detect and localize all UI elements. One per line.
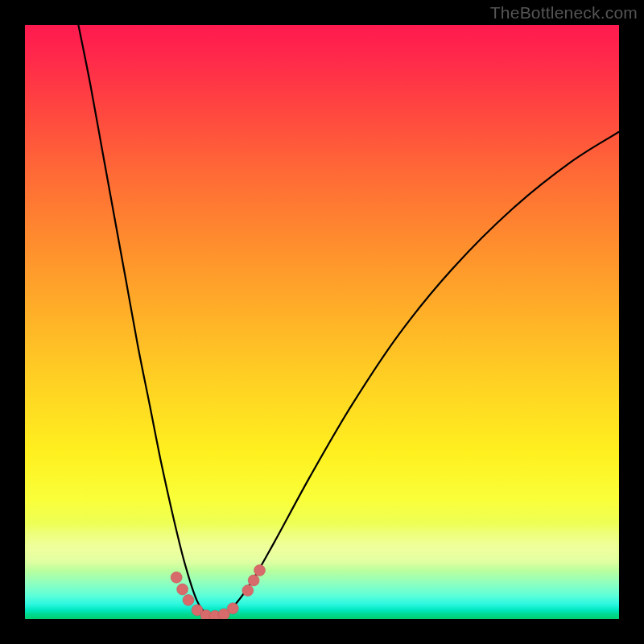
marker-dot bbox=[254, 565, 266, 576]
marker-dot bbox=[171, 572, 182, 583]
curve-layer bbox=[25, 25, 619, 619]
marker-dot bbox=[248, 575, 259, 586]
marker-dot bbox=[183, 594, 194, 605]
marker-dot bbox=[227, 603, 238, 614]
chart-frame: TheBottleneck.com bbox=[0, 0, 644, 644]
plot-area bbox=[25, 25, 619, 619]
marker-dot bbox=[242, 585, 254, 597]
marker-group bbox=[171, 565, 265, 620]
marker-dot bbox=[177, 584, 188, 595]
bottleneck-curve bbox=[78, 25, 619, 617]
watermark-text: TheBottleneck.com bbox=[490, 3, 638, 23]
